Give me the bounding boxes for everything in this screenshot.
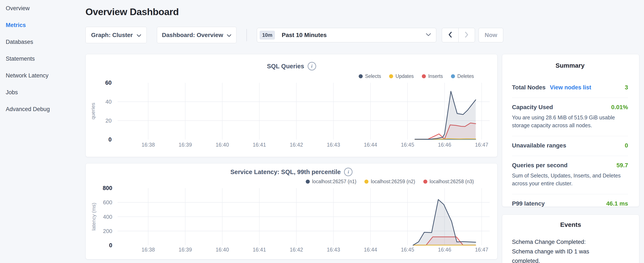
overview-dashboard-page: Overview Metrics Databases Statements Ne… bbox=[0, 0, 644, 263]
svg-text:16:41: 16:41 bbox=[252, 142, 266, 148]
svg-text:40: 40 bbox=[106, 99, 112, 105]
svg-text:queries: queries bbox=[90, 103, 96, 120]
time-range-step-buttons bbox=[442, 28, 475, 42]
time-range-picker[interactable]: 10m Past 10 Minutes bbox=[257, 28, 436, 42]
svg-text:16:43: 16:43 bbox=[327, 142, 340, 148]
graph-scope-dropdown-label: Graph: Cluster bbox=[91, 32, 133, 39]
svg-text:latency (ms): latency (ms) bbox=[91, 203, 96, 231]
now-button[interactable]: Now bbox=[478, 28, 503, 42]
chevron-down-icon bbox=[227, 32, 231, 39]
summary-row-capacity-used: Capacity Used 0.01% You are using 28.6 M… bbox=[512, 98, 628, 136]
svg-text:600: 600 bbox=[103, 199, 112, 205]
svg-text:16:46: 16:46 bbox=[438, 142, 451, 148]
service-latency-chart[interactable]: 16:3816:3916:4016:4116:4216:4316:4416:45… bbox=[86, 163, 498, 259]
next-range-button[interactable] bbox=[458, 28, 475, 42]
svg-text:800: 800 bbox=[103, 185, 112, 191]
svg-text:16:40: 16:40 bbox=[216, 247, 229, 252]
sidebar-item-statements[interactable]: Statements bbox=[6, 51, 81, 67]
svg-text:16:42: 16:42 bbox=[290, 247, 303, 252]
page-title: Overview Dashboard bbox=[86, 7, 179, 18]
svg-text:16:38: 16:38 bbox=[142, 142, 155, 148]
svg-text:200: 200 bbox=[103, 228, 112, 234]
svg-text:16:39: 16:39 bbox=[178, 142, 192, 148]
svg-text:16:41: 16:41 bbox=[252, 247, 266, 252]
dashboard-dropdown[interactable]: Dashboard: Overview bbox=[157, 27, 236, 43]
event-message: Schema Change Completed: Schema change w… bbox=[512, 237, 608, 263]
sidebar: Overview Metrics Databases Statements Ne… bbox=[0, 0, 81, 263]
summary-row-label: Unavailable ranges bbox=[512, 142, 566, 149]
svg-text:16:46: 16:46 bbox=[438, 247, 451, 252]
summary-panel: Summary Total Nodes View nodes list 3 Ca… bbox=[502, 54, 639, 207]
sidebar-item-advanced-debug[interactable]: Advanced Debug bbox=[6, 101, 81, 118]
summary-row-label: Total Nodes bbox=[512, 84, 546, 91]
svg-text:20: 20 bbox=[106, 117, 112, 124]
svg-text:16:39: 16:39 bbox=[178, 247, 192, 252]
svg-text:0: 0 bbox=[108, 136, 112, 143]
toolbar-divider bbox=[246, 29, 247, 41]
svg-text:16:38: 16:38 bbox=[142, 247, 155, 252]
sql-queries-chart[interactable]: 16:3816:3916:4016:4116:4216:4316:4416:45… bbox=[86, 54, 498, 157]
summary-row-label: P99 latency bbox=[512, 200, 545, 207]
sidebar-item-network-latency[interactable]: Network Latency bbox=[6, 67, 81, 84]
sidebar-item-jobs[interactable]: Jobs bbox=[6, 84, 81, 101]
sidebar-item-databases[interactable]: Databases bbox=[6, 34, 81, 51]
summary-title: Summary bbox=[512, 62, 628, 69]
svg-text:16:45: 16:45 bbox=[401, 142, 414, 148]
time-range-label: Past 10 Minutes bbox=[282, 32, 327, 39]
svg-text:16:44: 16:44 bbox=[364, 142, 377, 148]
sidebar-item-overview[interactable]: Overview bbox=[6, 0, 81, 17]
events-title: Events bbox=[512, 221, 629, 228]
summary-row-value: 59.7 bbox=[616, 162, 628, 169]
svg-text:400: 400 bbox=[103, 214, 112, 220]
summary-row-value: 46.1 ms bbox=[606, 200, 628, 207]
summary-row-total-nodes: Total Nodes View nodes list 3 bbox=[512, 78, 628, 98]
summary-row-value: 0 bbox=[625, 142, 628, 149]
summary-row-description: Sum of Selects, Updates, Inserts, and De… bbox=[512, 172, 628, 187]
summary-row-unavailable-ranges: Unavailable ranges 0 bbox=[512, 136, 628, 156]
svg-text:16:40: 16:40 bbox=[216, 142, 229, 148]
view-nodes-list-link[interactable]: View nodes list bbox=[550, 84, 591, 91]
summary-row-label: Queries per second bbox=[512, 162, 568, 169]
summary-row-p99-latency: P99 latency 46.1 ms bbox=[512, 194, 628, 214]
svg-text:16:43: 16:43 bbox=[327, 247, 340, 252]
chevron-right-icon bbox=[465, 32, 468, 39]
summary-row-description: You are using 28.6 MiB of 515.9 GiB usab… bbox=[512, 114, 628, 129]
svg-text:16:47: 16:47 bbox=[475, 247, 488, 252]
summary-row-queries-per-second: Queries per second 59.7 Sum of Selects, … bbox=[512, 156, 628, 194]
sql-queries-chart-card: SQL Queries i SelectsUpdatesInsertsDelet… bbox=[86, 54, 498, 157]
graph-scope-dropdown[interactable]: Graph: Cluster bbox=[86, 27, 147, 43]
svg-text:0: 0 bbox=[109, 242, 112, 248]
summary-row-value: 3 bbox=[625, 84, 628, 91]
sidebar-nav: Overview Metrics Databases Statements Ne… bbox=[0, 0, 81, 118]
summary-row-value: 0.01% bbox=[611, 104, 628, 111]
summary-row-label: Capacity Used bbox=[512, 104, 553, 111]
sidebar-item-metrics[interactable]: Metrics bbox=[6, 17, 81, 34]
svg-text:16:45: 16:45 bbox=[401, 247, 414, 252]
svg-text:16:44: 16:44 bbox=[364, 247, 377, 252]
chevron-down-icon bbox=[137, 32, 141, 39]
time-range-badge: 10m bbox=[260, 31, 275, 40]
dashboard-dropdown-label: Dashboard: Overview bbox=[162, 32, 223, 39]
svg-text:16:47: 16:47 bbox=[475, 142, 488, 148]
events-panel: Events Schema Change Completed: Schema c… bbox=[502, 214, 639, 263]
chevron-down-icon bbox=[426, 33, 431, 37]
prev-range-button[interactable] bbox=[442, 28, 458, 42]
event-list-item[interactable]: Schema Change Completed: Schema change w… bbox=[512, 237, 629, 263]
svg-text:16:42: 16:42 bbox=[290, 142, 303, 148]
chevron-left-icon bbox=[448, 32, 452, 39]
service-latency-chart-card: Service Latency: SQL, 99th percentile i … bbox=[86, 163, 498, 259]
svg-text:60: 60 bbox=[105, 80, 112, 86]
